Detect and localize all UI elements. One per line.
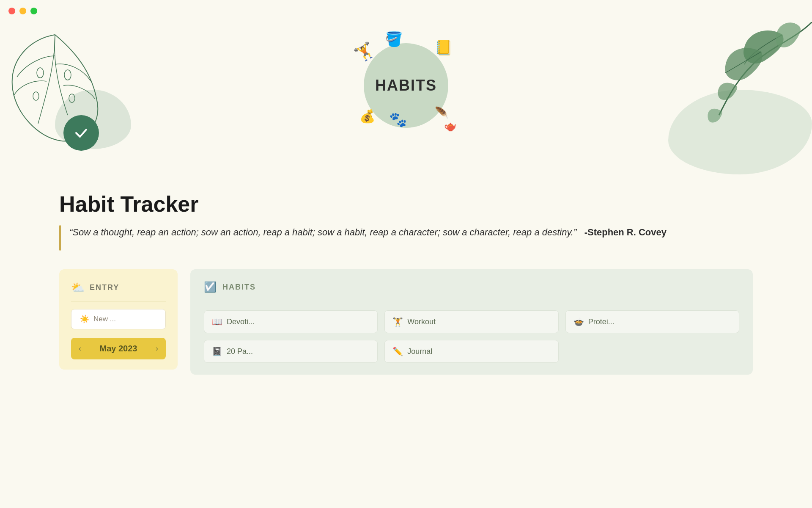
branch-leaves-icon: [651, 22, 812, 157]
new-entry-label: New ...: [93, 315, 116, 323]
quote-body: “Sow a thought, reap an action; sow an a…: [69, 227, 576, 237]
habit-item-4[interactable]: ✏️Journal: [384, 340, 558, 363]
current-month-label: May 2023: [100, 344, 137, 353]
blockquote: “Sow a thought, reap an action; sow an a…: [59, 225, 753, 251]
habit-label-1: Workout: [407, 318, 436, 326]
watering-can-icon: 🪣: [385, 30, 403, 47]
deco-right: [651, 22, 812, 179]
maximize-button[interactable]: [30, 8, 37, 14]
habits-header: ☑️ HABITS: [204, 281, 739, 293]
svg-point-0: [37, 68, 44, 78]
habit-item-2[interactable]: 🍲Protei...: [565, 310, 739, 333]
paw-icon: 🐾: [389, 111, 407, 128]
page-body: Habit Tracker “Sow a thought, reap an ac…: [0, 179, 812, 392]
money-bag-icon: 💰: [359, 109, 375, 124]
blockquote-bar: [59, 225, 61, 251]
habits-divider: [204, 300, 739, 300]
habit-icon-2: 🍲: [573, 317, 584, 327]
habit-label-2: Protei...: [588, 318, 614, 326]
window-chrome: [0, 0, 812, 22]
close-button[interactable]: [8, 8, 15, 14]
habit-item-3[interactable]: 📓20 Pa...: [204, 340, 378, 363]
next-month-button[interactable]: ›: [156, 344, 158, 353]
habit-icon-4: ✏️: [392, 346, 403, 356]
entry-icon: ⛅: [71, 281, 85, 294]
habit-icon-3: 📓: [212, 346, 222, 356]
habit-icon-0: 📖: [212, 317, 222, 327]
svg-point-3: [69, 94, 75, 102]
feather-icon: 🪶: [435, 106, 448, 119]
cards-row: ⛅ ENTRY ☀️ New ... ‹ May 2023 › ☑️: [59, 269, 753, 375]
check-circle: [63, 115, 99, 151]
svg-point-1: [64, 70, 71, 80]
new-entry-button[interactable]: ☀️ New ...: [71, 309, 166, 329]
svg-point-2: [33, 92, 39, 100]
new-entry-icon: ☀️: [80, 315, 89, 324]
habit-label-0: Devoti...: [227, 318, 255, 326]
page-title: Habit Tracker: [59, 191, 753, 217]
habits-label: HABITS: [222, 283, 256, 292]
entry-label: ENTRY: [90, 283, 119, 292]
month-nav[interactable]: ‹ May 2023 ›: [71, 338, 166, 359]
deco-left: [0, 22, 144, 179]
quote-author: -Stephen R. Covey: [584, 227, 667, 237]
hero-banner: HABITS 🏋️ 🪣 📒 💰 🐾 🪶 🫖: [0, 22, 812, 179]
habit-icon-1: 🏋️: [392, 317, 403, 327]
habits-card: ☑️ HABITS 📖Devoti...🏋️Workout🍲Protei...📓…: [190, 269, 753, 375]
habit-label-4: Journal: [407, 347, 432, 356]
logo-text: HABITS: [375, 77, 437, 94]
book-icon: 📒: [435, 39, 453, 56]
entry-divider: [71, 301, 166, 301]
entry-card-header: ⛅ ENTRY: [71, 281, 166, 294]
center-logo: HABITS 🏋️ 🪣 📒 💰 🐾 🪶 🫖: [351, 30, 461, 141]
habit-item-1[interactable]: 🏋️Workout: [384, 310, 558, 333]
main-content: HABITS 🏋️ 🪣 📒 💰 🐾 🪶 🫖: [0, 22, 812, 508]
tea-icon: 🫖: [444, 120, 457, 132]
prev-month-button[interactable]: ‹: [79, 344, 81, 353]
habit-item-0[interactable]: 📖Devoti...: [204, 310, 378, 333]
habit-label-3: 20 Pa...: [227, 347, 253, 356]
minimize-button[interactable]: [19, 8, 26, 14]
habits-icon: ☑️: [204, 281, 217, 293]
blockquote-text: “Sow a thought, reap an action; sow an a…: [69, 225, 667, 239]
habits-grid: 📖Devoti...🏋️Workout🍲Protei...📓20 Pa...✏️…: [204, 310, 739, 363]
entry-card: ⛅ ENTRY ☀️ New ... ‹ May 2023 ›: [59, 269, 178, 370]
checkmark-icon: [73, 124, 90, 141]
